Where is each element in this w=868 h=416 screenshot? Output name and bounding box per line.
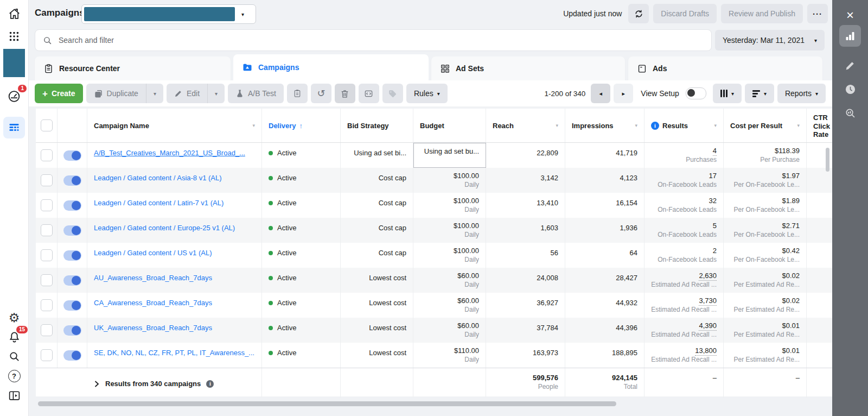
tab-ads[interactable]: Ads (628, 56, 822, 80)
account-overview-gauge-icon[interactable]: 1 (7, 89, 21, 103)
campaign-name-link[interactable]: Leadgen / Gated content / Europe-25 v1 (… (94, 222, 255, 232)
campaign-active-toggle[interactable] (63, 225, 81, 236)
row-checkbox[interactable] (41, 199, 53, 211)
search-bar[interactable] (35, 29, 712, 51)
ab-test-button[interactable]: A/B Test (228, 84, 284, 103)
more-options-button[interactable]: ··· (807, 4, 828, 23)
campaign-active-toggle[interactable] (63, 175, 81, 186)
duplicate-caret-button[interactable]: ▾ (146, 84, 163, 103)
campaign-active-toggle[interactable] (63, 300, 81, 311)
row-checkbox[interactable] (41, 299, 53, 311)
row-checkbox[interactable] (41, 249, 53, 261)
chevron-down-icon[interactable]: ▾ (556, 123, 558, 128)
create-button[interactable]: +Create (35, 84, 83, 103)
column-header-budget[interactable]: Budget (413, 109, 486, 142)
settings-gear-icon[interactable]: ⚙ (7, 311, 21, 325)
tab-campaigns[interactable]: Campaigns (233, 54, 429, 80)
performance-charts-icon[interactable] (839, 25, 861, 47)
history-clock-icon[interactable] (839, 78, 861, 100)
campaign-name-link[interactable]: Leadgen / Gated content / Latin-7 v1 (AL… (94, 197, 255, 207)
export-button[interactable] (359, 84, 379, 103)
horizontal-scrollbar[interactable] (38, 401, 616, 406)
tab-resource-center[interactable]: Resource Center (35, 56, 231, 80)
expand-summary-icon[interactable] (94, 380, 100, 388)
column-header-impressions[interactable]: Impressions▾ (565, 109, 644, 142)
row-checkbox[interactable] (41, 349, 53, 361)
edit-pencil-icon[interactable] (839, 54, 861, 76)
close-icon[interactable]: × (839, 4, 861, 26)
campaign-name-link[interactable]: Leadgen / Gated content / US v1 (AL) (94, 247, 255, 257)
help-icon[interactable]: ? (7, 369, 21, 383)
info-icon[interactable]: i (651, 122, 659, 130)
campaign-name-link[interactable]: Leadgen / Gated content / Asia-8 v1 (AL) (94, 172, 255, 182)
column-header-reach[interactable]: Reach▾ (486, 109, 565, 142)
table-row: A/B_Test_Creatives_March_2021_US_Broad_.… (36, 143, 832, 168)
rules-button[interactable]: Rules▾ (406, 84, 448, 103)
column-header-delivery[interactable]: Delivery↑ (262, 109, 341, 142)
chevron-down-icon[interactable]: ▾ (252, 123, 255, 128)
tag-button[interactable] (382, 84, 403, 103)
tab-ad-sets[interactable]: Ad Sets (431, 56, 625, 80)
paste-button[interactable] (287, 84, 308, 103)
columns-button[interactable]: ▾ (713, 84, 742, 103)
campaigns-nav-item[interactable] (3, 117, 25, 138)
campaign-active-toggle[interactable] (63, 275, 81, 286)
next-page-button[interactable]: ▸ (614, 84, 633, 103)
account-selector[interactable]: ▾ (81, 4, 256, 24)
chevron-down-icon[interactable]: ▾ (635, 123, 637, 128)
chevron-down-icon[interactable]: ▾ (797, 123, 800, 128)
date-range-picker[interactable]: Yesterday: Mar 11, 2021 ▾ (715, 30, 825, 51)
undo-button[interactable]: ↺ (311, 84, 331, 103)
row-checkbox[interactable] (41, 324, 53, 336)
select-all-checkbox[interactable] (41, 119, 53, 131)
row-checkbox[interactable] (41, 174, 53, 186)
notifications-bell-icon[interactable]: 15 (7, 330, 21, 344)
campaign-name-link[interactable]: A/B_Test_Creatives_March_2021_US_Broad_.… (94, 147, 255, 157)
left-nav-rail: 1 ⚙ 15 ? (0, 0, 29, 416)
delete-button[interactable] (335, 84, 355, 103)
column-header-results[interactable]: iResults▾ (644, 109, 724, 142)
chevron-down-icon[interactable]: ▾ (714, 123, 717, 128)
collapse-panel-icon[interactable] (7, 388, 21, 402)
account-avatar[interactable] (3, 49, 25, 77)
summary-ctr (807, 368, 832, 398)
inspect-magnifier-icon[interactable] (839, 102, 861, 124)
campaign-active-toggle[interactable] (63, 325, 81, 336)
right-tool-rail: × (832, 0, 868, 416)
campaign-active-toggle[interactable] (63, 250, 81, 261)
column-header-name[interactable]: Campaign Name▾ (87, 109, 262, 142)
search-input[interactable] (58, 35, 704, 45)
column-header-cost[interactable]: Cost per Result▾ (724, 109, 807, 142)
cell-select (36, 168, 58, 193)
campaign-active-toggle[interactable] (63, 200, 81, 211)
row-checkbox[interactable] (41, 274, 53, 286)
view-setup-toggle[interactable] (686, 87, 706, 99)
column-header-ctr[interactable]: CTR Click Rate (807, 109, 832, 142)
vertical-scrollbar[interactable] (826, 148, 829, 172)
pencil-icon (174, 89, 183, 98)
more-icon: ··· (813, 9, 822, 18)
home-icon[interactable] (7, 7, 21, 21)
campaign-active-toggle[interactable] (63, 350, 81, 361)
column-header-select[interactable] (36, 109, 58, 142)
refresh-button[interactable] (628, 4, 649, 23)
campaign-name-link[interactable]: CA_Awareness_Broad_Reach_7days (94, 297, 255, 307)
column-header-bid[interactable]: Bid Strategy (341, 109, 413, 142)
discard-drafts-button[interactable]: Discard Drafts (653, 4, 717, 23)
pagination-label: 1-200 of 340 (544, 90, 585, 98)
campaign-name-link[interactable]: UK_Awareness_Broad_Reach_7days (94, 322, 255, 332)
review-and-publish-button[interactable]: Review and Publish (721, 4, 803, 23)
row-checkbox[interactable] (41, 224, 53, 236)
breakdown-button[interactable]: ▾ (745, 84, 774, 103)
campaign-name-link[interactable]: AU_Awareness_Broad_Reach_7days (94, 272, 255, 282)
search-nav-icon[interactable] (7, 349, 21, 363)
row-checkbox[interactable] (41, 149, 53, 161)
apps-grid-icon[interactable] (7, 29, 21, 43)
edit-caret-button[interactable]: ▾ (207, 84, 225, 103)
duplicate-button[interactable]: Duplicate (86, 84, 146, 103)
campaign-name-link[interactable]: SE, DK, NO, NL, CZ, FR, PT, PL, IT_Aware… (94, 346, 255, 357)
campaign-active-toggle[interactable] (63, 150, 81, 161)
prev-page-button[interactable]: ◂ (591, 84, 610, 103)
edit-button[interactable]: Edit (167, 84, 207, 103)
reports-button[interactable]: Reports▾ (777, 84, 826, 103)
